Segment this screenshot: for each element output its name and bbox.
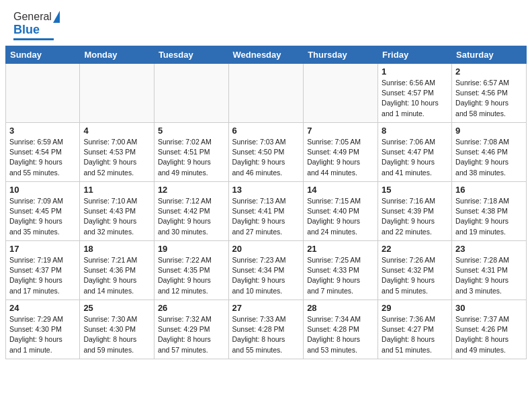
day-number: 11 — [83, 185, 150, 195]
day-info: Sunrise: 7:09 AM Sunset: 4:45 PM Dayligh… — [9, 196, 76, 237]
day-info: Sunrise: 7:32 AM Sunset: 4:29 PM Dayligh… — [158, 314, 225, 355]
day-number: 19 — [158, 244, 225, 254]
calendar-cell: 1Sunrise: 6:56 AM Sunset: 4:57 PM Daylig… — [378, 64, 452, 123]
day-number: 1 — [382, 66, 448, 77]
calendar-cell: 7Sunrise: 7:05 AM Sunset: 4:49 PM Daylig… — [304, 123, 378, 182]
weekday-header-wednesday: Wednesday — [228, 46, 304, 64]
calendar-cell: 20Sunrise: 7:23 AM Sunset: 4:34 PM Dayli… — [228, 241, 304, 300]
day-number: 13 — [232, 185, 300, 195]
day-info: Sunrise: 7:23 AM Sunset: 4:34 PM Dayligh… — [232, 255, 300, 296]
day-info: Sunrise: 7:22 AM Sunset: 4:35 PM Dayligh… — [158, 255, 225, 296]
header: General Blue — [0, 0, 532, 46]
day-info: Sunrise: 7:29 AM Sunset: 4:30 PM Dayligh… — [9, 314, 76, 355]
day-number: 8 — [382, 126, 448, 136]
calendar-cell: 26Sunrise: 7:32 AM Sunset: 4:29 PM Dayli… — [154, 300, 228, 359]
calendar-cell — [154, 64, 228, 123]
day-number: 17 — [9, 244, 76, 254]
logo-triangle-icon — [53, 11, 60, 23]
logo-underline — [13, 38, 54, 40]
day-number: 16 — [455, 185, 523, 195]
calendar-week-1: 3Sunrise: 6:59 AM Sunset: 4:54 PM Daylig… — [6, 123, 527, 182]
day-info: Sunrise: 7:15 AM Sunset: 4:40 PM Dayligh… — [307, 196, 374, 237]
calendar-cell: 29Sunrise: 7:36 AM Sunset: 4:27 PM Dayli… — [378, 300, 452, 359]
day-info: Sunrise: 7:02 AM Sunset: 4:51 PM Dayligh… — [158, 137, 225, 178]
day-info: Sunrise: 7:10 AM Sunset: 4:43 PM Dayligh… — [83, 196, 150, 237]
day-number: 3 — [9, 126, 76, 136]
day-info: Sunrise: 7:37 AM Sunset: 4:26 PM Dayligh… — [455, 314, 523, 355]
day-info: Sunrise: 7:30 AM Sunset: 4:30 PM Dayligh… — [83, 314, 150, 355]
day-info: Sunrise: 6:57 AM Sunset: 4:56 PM Dayligh… — [455, 78, 523, 119]
day-number: 23 — [455, 244, 523, 254]
calendar-cell: 23Sunrise: 7:28 AM Sunset: 4:31 PM Dayli… — [452, 241, 527, 300]
calendar-table: SundayMondayTuesdayWednesdayThursdayFrid… — [5, 46, 527, 359]
calendar-cell — [304, 64, 378, 123]
day-number: 29 — [382, 303, 448, 313]
weekday-header-saturday: Saturday — [452, 46, 527, 64]
day-number: 4 — [83, 126, 150, 136]
calendar-cell: 9Sunrise: 7:08 AM Sunset: 4:46 PM Daylig… — [452, 123, 527, 182]
day-number: 12 — [158, 185, 225, 195]
calendar-cell: 3Sunrise: 6:59 AM Sunset: 4:54 PM Daylig… — [6, 123, 80, 182]
weekday-header-friday: Friday — [378, 46, 452, 64]
day-info: Sunrise: 7:28 AM Sunset: 4:31 PM Dayligh… — [455, 255, 523, 296]
day-number: 28 — [307, 303, 374, 313]
calendar-cell: 11Sunrise: 7:10 AM Sunset: 4:43 PM Dayli… — [80, 182, 154, 241]
calendar-cell: 25Sunrise: 7:30 AM Sunset: 4:30 PM Dayli… — [80, 300, 154, 359]
calendar-cell: 24Sunrise: 7:29 AM Sunset: 4:30 PM Dayli… — [6, 300, 80, 359]
calendar-cell: 12Sunrise: 7:12 AM Sunset: 4:42 PM Dayli… — [154, 182, 228, 241]
day-number: 6 — [232, 126, 300, 136]
day-info: Sunrise: 7:00 AM Sunset: 4:53 PM Dayligh… — [83, 137, 150, 178]
calendar-cell: 2Sunrise: 6:57 AM Sunset: 4:56 PM Daylig… — [452, 64, 527, 123]
day-info: Sunrise: 6:56 AM Sunset: 4:57 PM Dayligh… — [382, 78, 448, 119]
day-info: Sunrise: 7:18 AM Sunset: 4:38 PM Dayligh… — [455, 196, 523, 237]
calendar-cell: 28Sunrise: 7:34 AM Sunset: 4:28 PM Dayli… — [304, 300, 378, 359]
day-number: 7 — [307, 126, 374, 136]
calendar-week-2: 10Sunrise: 7:09 AM Sunset: 4:45 PM Dayli… — [6, 182, 527, 241]
weekday-header-tuesday: Tuesday — [154, 46, 228, 64]
day-number: 25 — [83, 303, 150, 313]
day-number: 18 — [83, 244, 150, 254]
day-number: 9 — [455, 126, 523, 136]
calendar-cell — [6, 64, 80, 123]
calendar-cell: 22Sunrise: 7:26 AM Sunset: 4:32 PM Dayli… — [378, 241, 452, 300]
day-number: 22 — [382, 244, 448, 254]
day-number: 30 — [455, 303, 523, 313]
day-info: Sunrise: 7:19 AM Sunset: 4:37 PM Dayligh… — [9, 255, 76, 296]
day-info: Sunrise: 7:21 AM Sunset: 4:36 PM Dayligh… — [83, 255, 150, 296]
day-info: Sunrise: 7:05 AM Sunset: 4:49 PM Dayligh… — [307, 137, 374, 178]
calendar-cell: 30Sunrise: 7:37 AM Sunset: 4:26 PM Dayli… — [452, 300, 527, 359]
day-info: Sunrise: 7:06 AM Sunset: 4:47 PM Dayligh… — [382, 137, 448, 178]
logo-general-text: General — [13, 11, 52, 23]
calendar-cell: 13Sunrise: 7:13 AM Sunset: 4:41 PM Dayli… — [228, 182, 304, 241]
calendar-cell: 21Sunrise: 7:25 AM Sunset: 4:33 PM Dayli… — [304, 241, 378, 300]
calendar-cell: 17Sunrise: 7:19 AM Sunset: 4:37 PM Dayli… — [6, 241, 80, 300]
weekday-header-row: SundayMondayTuesdayWednesdayThursdayFrid… — [6, 46, 527, 64]
calendar-week-0: 1Sunrise: 6:56 AM Sunset: 4:57 PM Daylig… — [6, 64, 527, 123]
logo: General Blue — [13, 11, 60, 40]
day-info: Sunrise: 7:12 AM Sunset: 4:42 PM Dayligh… — [158, 196, 225, 237]
day-info: Sunrise: 7:25 AM Sunset: 4:33 PM Dayligh… — [307, 255, 374, 296]
day-number: 27 — [232, 303, 300, 313]
day-number: 14 — [307, 185, 374, 195]
calendar-cell: 6Sunrise: 7:03 AM Sunset: 4:50 PM Daylig… — [228, 123, 304, 182]
calendar-cell: 5Sunrise: 7:02 AM Sunset: 4:51 PM Daylig… — [154, 123, 228, 182]
weekday-header-sunday: Sunday — [6, 46, 80, 64]
day-info: Sunrise: 7:08 AM Sunset: 4:46 PM Dayligh… — [455, 137, 523, 178]
calendar-cell: 15Sunrise: 7:16 AM Sunset: 4:39 PM Dayli… — [378, 182, 452, 241]
calendar-cell: 19Sunrise: 7:22 AM Sunset: 4:35 PM Dayli… — [154, 241, 228, 300]
calendar-week-3: 17Sunrise: 7:19 AM Sunset: 4:37 PM Dayli… — [6, 241, 527, 300]
day-number: 2 — [455, 66, 523, 77]
calendar-cell: 27Sunrise: 7:33 AM Sunset: 4:28 PM Dayli… — [228, 300, 304, 359]
day-number: 21 — [307, 244, 374, 254]
day-info: Sunrise: 7:33 AM Sunset: 4:28 PM Dayligh… — [232, 314, 300, 355]
day-info: Sunrise: 7:34 AM Sunset: 4:28 PM Dayligh… — [307, 314, 374, 355]
calendar-cell: 4Sunrise: 7:00 AM Sunset: 4:53 PM Daylig… — [80, 123, 154, 182]
day-info: Sunrise: 7:26 AM Sunset: 4:32 PM Dayligh… — [382, 255, 448, 296]
day-info: Sunrise: 7:03 AM Sunset: 4:50 PM Dayligh… — [232, 137, 300, 178]
day-info: Sunrise: 7:36 AM Sunset: 4:27 PM Dayligh… — [382, 314, 448, 355]
calendar-cell: 18Sunrise: 7:21 AM Sunset: 4:36 PM Dayli… — [80, 241, 154, 300]
day-number: 26 — [158, 303, 225, 313]
calendar-week-4: 24Sunrise: 7:29 AM Sunset: 4:30 PM Dayli… — [6, 300, 527, 359]
day-number: 5 — [158, 126, 225, 136]
day-info: Sunrise: 6:59 AM Sunset: 4:54 PM Dayligh… — [9, 137, 76, 178]
